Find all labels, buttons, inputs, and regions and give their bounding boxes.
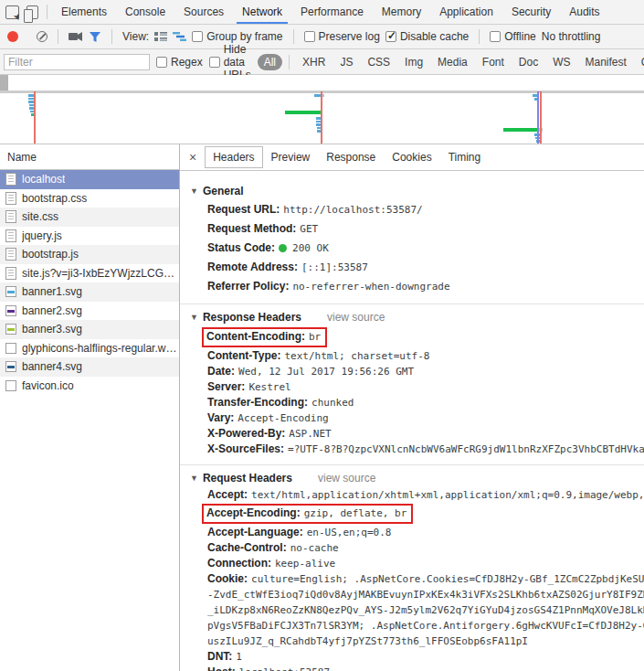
type-filter-manifest[interactable]: Manifest <box>579 54 633 70</box>
filter-funnel-icon[interactable] <box>89 31 101 43</box>
clear-icon[interactable] <box>37 31 48 42</box>
header-name: Cache-Control: <box>207 541 287 554</box>
checkbox-label: Regex <box>171 56 203 69</box>
view-source-link[interactable]: view source <box>318 472 375 485</box>
header-name: Transfer-Encoding: <box>207 396 308 409</box>
tab-timing[interactable]: Timing <box>440 146 490 168</box>
type-filter-css[interactable]: CSS <box>361 54 396 70</box>
section-title-row: ▼General <box>180 182 644 200</box>
request-row[interactable]: bootstrap.js <box>0 245 179 264</box>
header-entry: Vary:Accept-Encoding <box>180 410 644 426</box>
tab-memory[interactable]: Memory <box>373 0 430 24</box>
header-value: text/html,application/xhtml+xml,applicat… <box>251 489 644 501</box>
network-toolbar: View: Group by frame Preserve log Disabl… <box>0 25 644 49</box>
type-filter-doc[interactable]: Doc <box>512 54 544 70</box>
tab-sources[interactable]: Sources <box>174 0 233 24</box>
type-filter-all[interactable]: All <box>258 54 282 70</box>
request-row[interactable]: banner1.svg <box>0 282 179 302</box>
request-row[interactable]: favicon.ico <box>0 377 179 396</box>
close-icon[interactable]: × <box>180 150 205 165</box>
header-value: Wed, 12 Jul 2017 19:56:26 GMT <box>238 366 414 378</box>
record-icon[interactable] <box>7 31 18 42</box>
request-row[interactable]: site.js?v=ji3-IxbEzYWjzzLCGkF1… <box>0 264 179 283</box>
document-icon <box>5 229 16 242</box>
request-row[interactable]: site.css <box>0 208 179 227</box>
network-overview[interactable] <box>0 75 644 144</box>
header-name: Server: <box>207 380 245 393</box>
checkbox-label: Offline <box>504 30 535 43</box>
request-name: banner4.svg <box>22 360 82 373</box>
regex-checkbox[interactable]: Regex <box>156 56 203 69</box>
view-source-link[interactable]: view source <box>327 311 385 324</box>
header-name: Remote Address: <box>207 261 298 273</box>
header-value: GET <box>300 223 318 235</box>
header-value-continuation: _iLDKzp8xN6ReoZzKN8QezPQv_AYS-J2m5ylm2V6… <box>180 602 644 618</box>
type-filter-font[interactable]: Font <box>476 54 511 70</box>
group-by-frame-checkbox[interactable]: Group by frame <box>192 30 282 43</box>
request-row[interactable]: banner2.svg <box>0 302 179 321</box>
type-filter-media[interactable]: Media <box>431 54 474 70</box>
type-filter-js[interactable]: JS <box>333 54 359 70</box>
checkbox-box <box>385 31 396 42</box>
offline-checkbox[interactable]: Offline <box>490 30 535 43</box>
preserve-log-checkbox[interactable]: Preserve log <box>304 30 380 43</box>
header-name: Request URL: <box>207 203 280 216</box>
header-entry: Accept-Language:en-US,en;q=0.8 <box>180 525 644 540</box>
request-name: site.css <box>22 210 58 223</box>
tab-performance[interactable]: Performance <box>291 0 373 24</box>
checkbox-box <box>156 57 167 68</box>
checkbox-box <box>192 31 203 42</box>
collapse-triangle-icon[interactable]: ▼ <box>190 182 198 200</box>
throttling-dropdown[interactable]: No throttling <box>542 30 601 43</box>
request-name: favicon.ico <box>22 379 74 392</box>
device-toolbar-icon[interactable] <box>26 5 38 19</box>
image-icon <box>5 324 16 335</box>
tab-headers[interactable]: Headers <box>205 146 262 168</box>
header-value-continuation: uszILu9JZ_q_RCahdbT4yfj7pYZSt773th6_lFFO… <box>180 634 644 649</box>
document-icon <box>5 173 16 186</box>
tab-network[interactable]: Network <box>233 0 291 24</box>
request-row[interactable]: bootstrap.css <box>0 189 179 208</box>
overview-ruler <box>0 91 644 93</box>
header-name: DNT: <box>207 650 232 663</box>
filter-input[interactable] <box>4 54 150 70</box>
request-row[interactable]: glyphicons-halflings-regular.w… <box>0 339 179 358</box>
document-icon <box>5 267 16 280</box>
request-row[interactable]: localhost <box>0 170 179 189</box>
header-name: Date: <box>207 365 235 378</box>
tab-application[interactable]: Application <box>430 0 502 24</box>
request-row[interactable]: jquery.js <box>0 227 179 246</box>
tab-console[interactable]: Console <box>116 0 174 24</box>
annotation-red-box: Accept-Encoding:gzip, deflate, br <box>202 504 413 524</box>
section-title-row: ▼Request Headersview source <box>180 469 644 487</box>
header-name: Referrer Policy: <box>207 280 289 293</box>
type-filter-ws[interactable]: WS <box>546 54 576 70</box>
type-filter-img[interactable]: Img <box>398 54 429 70</box>
header-entry: Transfer-Encoding:chunked <box>180 395 644 410</box>
use-large-rows-icon[interactable] <box>154 31 167 42</box>
disable-cache-checkbox[interactable]: Disable cache <box>385 30 469 43</box>
tab-preview[interactable]: Preview <box>263 146 319 168</box>
tab-response[interactable]: Response <box>318 146 384 168</box>
tab-audits[interactable]: Audits <box>560 0 608 24</box>
checkbox-box <box>209 57 220 68</box>
waterfall-bar <box>285 111 321 114</box>
show-waterfall-icon[interactable] <box>173 31 186 42</box>
collapse-triangle-icon[interactable]: ▼ <box>190 308 198 326</box>
tab-cookies[interactable]: Cookies <box>384 146 439 168</box>
request-row[interactable]: banner4.svg <box>0 357 179 377</box>
name-column-header[interactable]: Name <box>0 144 179 170</box>
type-filter-xhr[interactable]: XHR <box>296 54 332 70</box>
header-name: Accept-Encoding: <box>206 506 301 519</box>
tab-elements[interactable]: Elements <box>52 0 116 24</box>
screenshot-camera-icon[interactable] <box>69 31 83 42</box>
request-name: localhost <box>22 173 65 186</box>
file-icon <box>5 380 16 391</box>
header-name: Status Code: <box>207 241 275 254</box>
inspect-element-icon[interactable] <box>5 5 19 19</box>
request-row[interactable]: banner3.svg <box>0 320 179 339</box>
type-filter-other[interactable]: Other <box>635 54 644 70</box>
collapse-triangle-icon[interactable]: ▼ <box>190 469 198 487</box>
tab-security[interactable]: Security <box>502 0 560 24</box>
header-value: Kestrel <box>248 381 290 393</box>
